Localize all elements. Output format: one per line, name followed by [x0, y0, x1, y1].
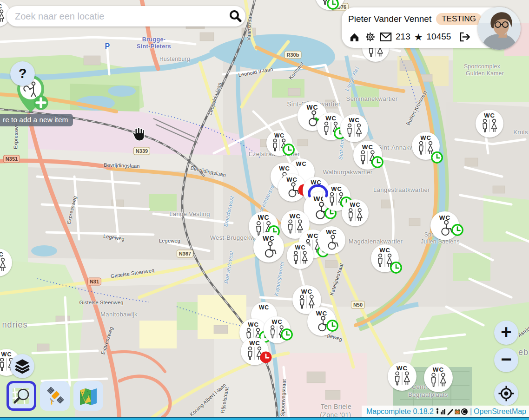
- search-input[interactable]: [7, 11, 225, 22]
- toilet-marker[interactable]: WC: [340, 114, 368, 142]
- svg-text:WC: WC: [307, 232, 318, 239]
- svg-text:WC: WC: [316, 310, 327, 317]
- zoom-in-button[interactable]: +: [494, 321, 518, 345]
- svg-text:WC: WC: [397, 365, 408, 372]
- svg-text:WC: WC: [350, 202, 361, 208]
- add-plus-icon: [34, 96, 48, 110]
- stats-icons: [436, 407, 468, 416]
- toilet-marker[interactable]: WC: [342, 199, 369, 226]
- osm-map-icon: [12, 386, 31, 406]
- bottom-accent-bar: [0, 417, 529, 420]
- zoom-out-button[interactable]: −: [494, 348, 518, 372]
- user-name: Pieter Vander Vennet: [348, 14, 431, 24]
- svg-text:WC: WC: [301, 288, 312, 295]
- attribution-bar: Mapcomplete 0.18.2 | OpenStreetMap: [362, 406, 529, 418]
- svg-text:WC: WC: [0, 251, 4, 258]
- svg-text:WC: WC: [1, 351, 12, 358]
- opening-hours-badge: [326, 319, 339, 332]
- logout-icon[interactable]: [458, 31, 470, 43]
- toilet-marker[interactable]: WC: [424, 363, 453, 392]
- svg-text:WC: WC: [484, 112, 495, 119]
- svg-text:WC: WC: [249, 340, 260, 347]
- background-layer-selector: [7, 381, 103, 411]
- marker-layer: WC WC WC WC WC WC WC WC WC WC: [0, 0, 529, 420]
- search-icon[interactable]: [225, 8, 245, 25]
- svg-text:WC: WC: [326, 229, 337, 236]
- toilet-marker[interactable]: WC: [476, 110, 503, 138]
- svg-text:WC: WC: [379, 247, 390, 254]
- bg-option-osm-carto[interactable]: [7, 381, 36, 411]
- add-item-tooltip: re to add a new item: [0, 114, 73, 126]
- hand-cursor: [131, 126, 145, 144]
- folded-map-icon: [79, 386, 98, 406]
- svg-text:WC: WC: [248, 321, 259, 328]
- svg-text:WC: WC: [439, 214, 450, 221]
- toilet-marker[interactable]: WC: [388, 362, 417, 391]
- layers-button[interactable]: [10, 354, 34, 378]
- opening-hours-badge: [371, 156, 384, 169]
- layers-icon: [14, 358, 30, 374]
- opening-hours-badge: [282, 143, 295, 156]
- opening-hours-badge: [280, 328, 293, 341]
- svg-text:WC: WC: [263, 235, 275, 242]
- bg-option-map[interactable]: [73, 381, 103, 411]
- svg-text:WC: WC: [325, 115, 337, 122]
- svg-text:WC: WC: [274, 132, 284, 139]
- svg-text:WC: WC: [362, 144, 373, 151]
- messages-count: 213: [396, 32, 410, 42]
- toilet-marker[interactable]: WC: [317, 226, 345, 254]
- changesets-count: 10455: [427, 32, 451, 42]
- help-button[interactable]: ?: [10, 61, 35, 86]
- star-icon[interactable]: ★: [414, 32, 423, 42]
- svg-text:WC: WC: [331, 185, 342, 192]
- help-label: ?: [19, 66, 27, 81]
- toilet-marker[interactable]: WC: [287, 242, 314, 269]
- attribution-app[interactable]: Mapcomplete 0.18.2: [366, 407, 434, 416]
- svg-text:WC: WC: [349, 117, 360, 124]
- user-avatar[interactable]: [478, 7, 521, 50]
- closed-clock-badge: [259, 351, 272, 364]
- svg-text:WC: WC: [295, 244, 306, 251]
- home-icon[interactable]: [348, 31, 360, 43]
- opening-hours-badge: [451, 223, 464, 236]
- svg-text:WC: WC: [272, 319, 283, 325]
- opening-hours-badge: [430, 151, 443, 164]
- gear-icon[interactable]: [364, 31, 376, 43]
- messages-icon[interactable]: [380, 31, 392, 43]
- bg-option-satellite[interactable]: [40, 381, 70, 411]
- location-search-bar: [7, 6, 245, 26]
- satellite-icon: [45, 386, 65, 406]
- toilet-marker[interactable]: WC: [0, 249, 12, 276]
- svg-text:WC: WC: [0, 3, 2, 10]
- selected-marker-arc: [307, 181, 329, 200]
- mapcomplete-app: Brugge-Sint-PietersRustenburgPVaartstraa…: [0, 0, 529, 420]
- geolocate-button[interactable]: [494, 381, 518, 406]
- svg-text:WC: WC: [433, 366, 444, 373]
- svg-text:WC: WC: [286, 176, 298, 183]
- svg-text:WC: WC: [306, 104, 318, 111]
- attribution-separator: |: [470, 407, 472, 416]
- svg-text:WC: WC: [259, 304, 269, 311]
- opening-hours-badge: [390, 261, 403, 274]
- svg-text:WC: WC: [279, 165, 290, 172]
- svg-text:WC: WC: [420, 134, 431, 141]
- geolocate-icon: [498, 385, 515, 402]
- toilet-marker[interactable]: WC: [253, 232, 284, 262]
- opening-hours-badge: [326, 0, 339, 10]
- svg-text:WC: WC: [290, 213, 301, 220]
- testing-badge: TESTING: [436, 13, 482, 25]
- attribution-osm-link[interactable]: OpenStreetMap: [474, 407, 526, 416]
- svg-text:WC: WC: [258, 214, 269, 221]
